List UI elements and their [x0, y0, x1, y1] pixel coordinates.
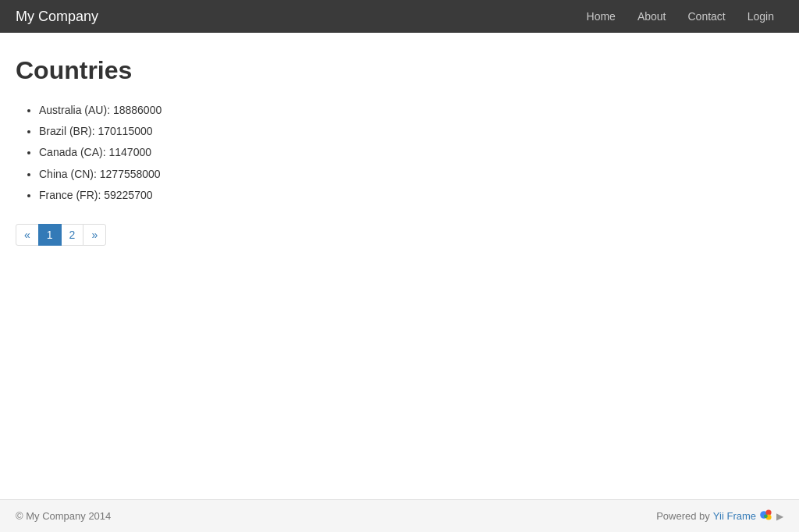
nav-about[interactable]: About	[628, 5, 676, 27]
nav-contact[interactable]: Contact	[678, 5, 734, 27]
footer: © My Company 2014 Powered by Yii Frame ▶	[0, 499, 799, 532]
scrollbar-arrow-icon: ▶	[776, 511, 783, 522]
country-list: Australia (AU): 18886000 Brazil (BR): 17…	[16, 101, 783, 205]
navbar: My Company Home About Contact Login	[0, 0, 799, 33]
navbar-nav: Home About Contact Login	[577, 5, 783, 27]
footer-powered-by: Powered by	[656, 510, 710, 522]
navbar-brand[interactable]: My Company	[16, 9, 98, 25]
footer-right: Powered by Yii Frame ▶	[656, 508, 783, 524]
list-item: Australia (AU): 18886000	[39, 101, 783, 120]
list-item: Brazil (BR): 170115000	[39, 122, 783, 141]
pagination-page-1[interactable]: 1	[38, 224, 62, 246]
list-item: France (FR): 59225700	[39, 186, 783, 205]
svg-point-3	[764, 514, 768, 518]
yii-link[interactable]: Yii Frame	[713, 510, 756, 522]
pagination-next[interactable]: »	[83, 224, 106, 246]
footer-copyright: © My Company 2014	[16, 510, 111, 522]
list-item: Canada (CA): 1147000	[39, 143, 783, 162]
pagination-prev[interactable]: «	[16, 224, 39, 246]
pagination-page-2[interactable]: 2	[61, 224, 84, 246]
list-item: China (CN): 1277558000	[39, 165, 783, 184]
pagination: « 1 2 »	[16, 224, 783, 246]
main-content: Countries Australia (AU): 18886000 Brazi…	[0, 33, 799, 499]
page-title: Countries	[16, 56, 783, 85]
nav-home[interactable]: Home	[577, 5, 625, 27]
nav-login[interactable]: Login	[738, 5, 783, 27]
yii-logo-icon	[759, 508, 773, 524]
